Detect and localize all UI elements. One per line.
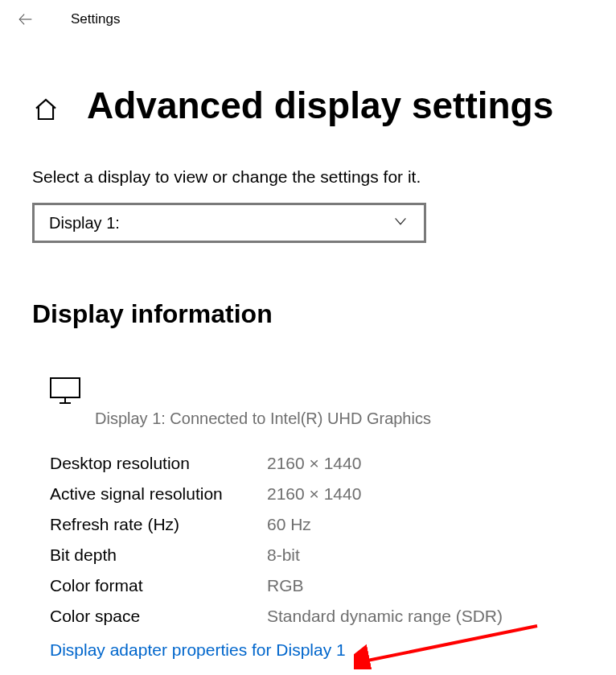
info-row: Active signal resolution 2160 × 1440: [50, 484, 584, 504]
dropdown-selected-value: Display 1:: [49, 214, 120, 233]
info-label: Bit depth: [50, 545, 267, 565]
info-value: 8-bit: [267, 545, 300, 565]
monitor-icon: [50, 377, 80, 405]
display-adapter-properties-link[interactable]: Display adapter properties for Display 1: [50, 640, 346, 660]
display-caption: Display 1: Connected to Intel(R) UHD Gra…: [95, 410, 584, 428]
info-row: Bit depth 8-bit: [50, 545, 584, 565]
page-title: Advanced display settings: [87, 84, 553, 127]
info-label: Refresh rate (Hz): [50, 515, 267, 534]
section-title: Display information: [32, 299, 584, 329]
info-row: Refresh rate (Hz) 60 Hz: [50, 515, 584, 534]
info-label: Color space: [50, 607, 267, 626]
back-button[interactable]: [14, 8, 37, 31]
info-value: RGB: [267, 576, 304, 595]
chevron-down-icon: [392, 212, 409, 234]
window-title: Settings: [71, 11, 120, 27]
info-row: Color space Standard dynamic range (SDR): [50, 607, 584, 626]
display-info-grid: Desktop resolution 2160 × 1440 Active si…: [50, 454, 584, 626]
info-value: 60 Hz: [267, 515, 311, 534]
info-row: Color format RGB: [50, 576, 584, 595]
info-value: Standard dynamic range (SDR): [267, 607, 503, 626]
instruction-text: Select a display to view or change the s…: [32, 167, 584, 187]
info-label: Color format: [50, 576, 267, 595]
info-row: Desktop resolution 2160 × 1440: [50, 454, 584, 473]
home-icon[interactable]: [32, 95, 60, 122]
info-value: 2160 × 1440: [267, 454, 361, 473]
display-select-dropdown[interactable]: Display 1:: [32, 203, 426, 243]
svg-rect-1: [51, 378, 80, 397]
info-label: Active signal resolution: [50, 484, 267, 504]
info-label: Desktop resolution: [50, 454, 267, 473]
info-value: 2160 × 1440: [267, 484, 361, 504]
